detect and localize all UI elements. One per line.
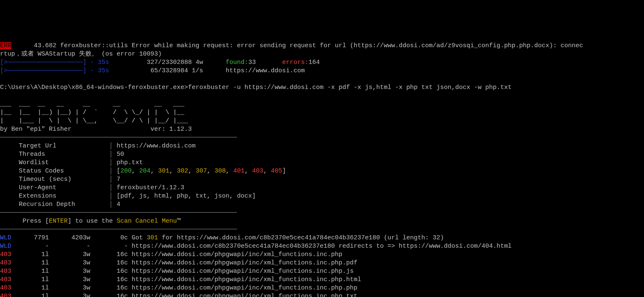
result-lines-6: 1l [11, 284, 49, 292]
config-key-4: Timeout (secs) [0, 176, 109, 183]
config-val-0: https://www.ddosi.com [117, 142, 196, 150]
result-tag-7: 403 [0, 293, 11, 297]
status-code-307: 307 [196, 168, 207, 175]
result-lines-7: 1l [11, 293, 49, 297]
result-words-3: 3w [49, 259, 90, 267]
blank [0, 92, 4, 99]
found-label-top: found: [226, 59, 248, 66]
banner-byline: by Ben "epi" Risher [0, 126, 150, 133]
result-tag-1: WLD [0, 243, 11, 250]
result-words-7: 3w [49, 293, 90, 297]
sp [203, 59, 226, 66]
config-sep-3: │ [109, 168, 117, 175]
result-chars-2: 16c [90, 251, 132, 258]
error-badge: ERR [0, 42, 11, 49]
status-code-204: 204 [139, 168, 150, 175]
result-chars-0: 0c [90, 234, 132, 241]
config-key-6: Extensions [0, 193, 109, 200]
result-url-1: https://www.ddosi.com/c8b2370e5cec41a784… [132, 243, 512, 250]
banner-ascii-1: |__ |__ |__) |__) | / ` / \ \_/ | | \ |_… [0, 109, 188, 116]
config-sep-1: │ [109, 151, 117, 158]
banner-ascii-2: | |___ | \ | \ | \__, \__/ / \ | |__/ |_… [0, 117, 188, 124]
shell-command[interactable]: feroxbuster -u https://www.ddosi.com -x … [188, 84, 512, 91]
shell-prompt-path: C:\Users\A\Desktop\x86_64-windows-feroxb… [0, 84, 188, 91]
result-url-5: https://www.ddosi.com/phpgwapi/inc/xml_f… [132, 276, 361, 283]
result-words-2: 3w [49, 251, 90, 258]
sc-comma: , [244, 168, 252, 175]
result-url-6: https://www.ddosi.com/phpgwapi/inc/xml_f… [132, 284, 357, 292]
status-code-301: 301 [158, 168, 169, 175]
config-val-6: [pdf, js, html, php, txt, json, docx] [117, 193, 256, 200]
config-sep-2: │ [109, 159, 117, 166]
sc-comma: , [263, 168, 271, 175]
result-lines-3: 1l [11, 259, 49, 267]
sc-comma: , [150, 168, 158, 175]
result-lines-1: - [11, 243, 49, 250]
status-code-403: 403 [252, 168, 263, 175]
config-val-4: 7 [117, 176, 120, 183]
result-url-4: https://www.ddosi.com/phpgwapi/inc/xml_f… [132, 268, 354, 275]
banner-ascii-0: ___ ___ __ __ __ __ __ ___ [0, 101, 184, 108]
hint-tm: ™ [177, 218, 181, 225]
result-words-5: 3w [49, 276, 90, 283]
result-words-4: 3w [49, 268, 90, 275]
sc-comma: , [226, 168, 233, 175]
config-sep-7: │ [109, 201, 117, 208]
config-key-1: Threads [0, 151, 109, 158]
banner-version: ver: 1.12.3 [150, 126, 192, 133]
result-url-7: https://www.ddosi.com/phpgwapi/inc/xml_f… [132, 293, 357, 297]
result-words-1: - [49, 243, 90, 250]
status-code-302: 302 [177, 168, 188, 175]
result-words-0: 4203w [49, 234, 90, 241]
status-code-308: 308 [214, 168, 226, 175]
config-key-0: Target Url [0, 142, 109, 150]
config-val-7: 4 [117, 201, 120, 208]
progress-count-top-1: 65/3328984 1/s [113, 67, 203, 74]
config-val-5: feroxbuster/1.12.3 [117, 184, 184, 191]
config-sep-6: │ [109, 193, 117, 200]
config-key-2: Wordlist [0, 159, 109, 166]
blank [0, 76, 4, 83]
result-chars-1: - [90, 243, 132, 250]
hint-mid: to use the [71, 218, 117, 225]
hint-close: ] [68, 218, 71, 225]
sc-comma: , [132, 168, 139, 175]
result-chars-4: 16c [90, 268, 132, 275]
hint-enter-key[interactable]: ENTER [49, 218, 68, 225]
result-tag-4: 403 [0, 268, 11, 275]
result-url-2: https://www.ddosi.com/phpgwapi/inc/xml_f… [132, 251, 342, 258]
progress-bar-top-1: [>────────────────────] - 35s [0, 67, 113, 74]
hr-mid: ────────────────────────────────────────… [0, 209, 237, 216]
status-code-401: 401 [233, 168, 244, 175]
sc-comma: , [169, 168, 177, 175]
result-tag-0: WLD [0, 234, 11, 241]
status-code-405: 405 [271, 168, 282, 175]
result-lines-0: 7791 [11, 234, 49, 241]
errors-value-top: 164 [308, 59, 320, 66]
result-words-6: 3w [49, 284, 90, 292]
result-tag-6: 403 [0, 284, 11, 292]
result-lines-2: 1l [11, 251, 49, 258]
found-value-top: 33 [248, 59, 256, 66]
result-url-0: for https://www.ddosi.com/c8b2370e5cec41… [158, 234, 444, 241]
result-lines-4: 1l [11, 268, 49, 275]
result-code-0: 301 [147, 234, 158, 241]
hr-top: ────────────────────────────────────────… [0, 134, 237, 141]
hr-bottom: ────────────────────────────────────────… [0, 226, 237, 233]
result-chars-6: 16c [90, 284, 132, 292]
result-tag-5: 403 [0, 276, 11, 283]
config-key-5: User-Agent [0, 184, 109, 191]
progress-url-top-1: https://www.ddosi.com [203, 67, 305, 74]
sc-comma: , [188, 168, 196, 175]
config-sep-0: │ [109, 142, 117, 150]
result-lines-5: 1l [11, 276, 49, 283]
result-tag-3: 403 [0, 259, 11, 267]
hint-open: [ [45, 218, 49, 225]
result-tag-2: 403 [0, 251, 11, 258]
sc-open: [ [117, 168, 120, 175]
result-url-3: https://www.ddosi.com/phpgwapi/inc/xml_f… [132, 259, 357, 267]
hint-menu: Scan Cancel Menu [117, 218, 177, 225]
hint-pre: Press [0, 218, 45, 225]
config-sep-5: │ [109, 184, 117, 191]
config-val-2: php.txt [117, 159, 143, 166]
